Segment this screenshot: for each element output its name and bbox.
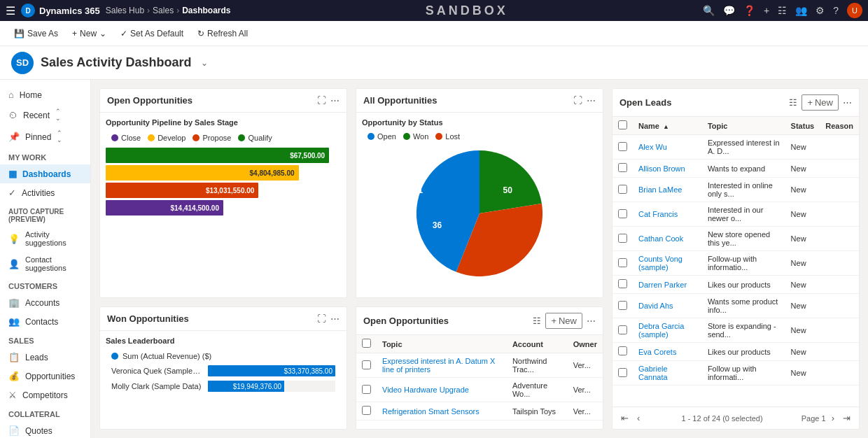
sidebar-item-contacts[interactable]: 👥 Contacts — [0, 312, 90, 331]
all-opp-menu-icon[interactable]: ⋯ — [587, 95, 596, 106]
open-opp-bottom-scroll[interactable]: Topic Account Owner Expressed interest i… — [356, 335, 603, 429]
open-leads-menu-icon[interactable]: ⋯ — [843, 97, 852, 108]
leads-row-check[interactable] — [618, 368, 627, 377]
chevron-up2-icon[interactable]: ⌃ — [57, 130, 62, 136]
won-opp-expand-icon[interactable]: ⛶ — [317, 313, 326, 324]
leads-name-link[interactable]: Debra Garcia (sample) — [638, 322, 684, 339]
leads-name-link[interactable]: Cathan Cook — [638, 234, 683, 243]
set-as-default-button[interactable]: ✓ Set As Default — [115, 26, 189, 41]
sidebar-item-recent[interactable]: ⏲ Recent ⌃ ⌄ — [0, 104, 90, 126]
leads-cell-check[interactable] — [612, 343, 633, 361]
breadcrumb-sales[interactable]: Sales — [153, 6, 174, 15]
pagination-prev-button[interactable]: ‹ — [634, 411, 643, 425]
search-icon[interactable]: 🔍 — [703, 5, 715, 16]
leads-row-check[interactable] — [618, 258, 627, 267]
opp-col-topic[interactable]: Topic — [377, 335, 507, 353]
sidebar-item-activity-suggestions[interactable]: 💡 Activity suggestions — [0, 226, 90, 251]
leads-cell-name[interactable]: Debra Garcia (sample) — [633, 318, 702, 343]
leads-cell-name[interactable]: Cat Francis — [633, 202, 702, 227]
leads-name-link[interactable]: David Ahs — [638, 302, 673, 310]
opp-col-owner[interactable]: Owner — [568, 335, 603, 353]
leads-row-check[interactable] — [618, 346, 627, 355]
leads-cell-name[interactable]: Alex Wu — [633, 135, 702, 160]
opp-cell-topic[interactable]: Video Hardware Upgrade — [377, 378, 507, 402]
sidebar-item-competitors[interactable]: ⚔ Competitors — [0, 386, 90, 404]
leads-cell-check[interactable] — [612, 251, 633, 276]
opp-topic-link[interactable]: Video Hardware Upgrade — [382, 386, 469, 394]
sidebar-item-activities[interactable]: ✓ Activities — [0, 183, 90, 202]
pagination-last-button[interactable]: ⇥ — [840, 411, 853, 425]
leads-col-status[interactable]: Status — [785, 117, 820, 135]
breadcrumb-sales-hub[interactable]: Sales Hub — [106, 6, 144, 15]
leads-row-check[interactable] — [618, 142, 627, 151]
leads-row-check[interactable] — [618, 234, 627, 243]
leads-select-all[interactable] — [618, 120, 627, 129]
leads-cell-name[interactable]: David Ahs — [633, 294, 702, 318]
open-opp-menu-icon[interactable]: ⋯ — [330, 95, 340, 106]
leads-row-check[interactable] — [618, 209, 627, 218]
open-opp-expand-icon[interactable]: ⛶ — [317, 95, 326, 106]
leads-cell-check[interactable] — [612, 160, 633, 178]
leads-cell-check[interactable] — [612, 276, 633, 294]
leads-name-link[interactable]: Allison Brown — [638, 164, 685, 173]
opp-col-check[interactable] — [356, 335, 377, 353]
leads-cell-name[interactable]: Counts Vong (sample) — [633, 251, 702, 276]
leads-cell-name[interactable]: Darren Parker — [633, 276, 702, 294]
won-opp-menu-icon[interactable]: ⋯ — [330, 313, 340, 324]
sidebar-item-opportunities[interactable]: 💰 Opportunities — [0, 367, 90, 386]
leads-name-link[interactable]: Eva Corets — [638, 348, 676, 356]
all-opp-expand-icon[interactable]: ⛶ — [573, 95, 582, 106]
opp-cell-check[interactable] — [356, 353, 377, 378]
leads-name-link[interactable]: Darren Parker — [638, 281, 687, 289]
opp-row-check[interactable] — [362, 406, 371, 415]
opp-cell-check[interactable] — [356, 402, 377, 421]
plus-icon[interactable]: + — [764, 5, 769, 16]
chevron-down2-icon[interactable]: ⌄ — [57, 137, 62, 143]
chevron-down-icon[interactable]: ⌄ — [55, 115, 61, 122]
sidebar-item-pinned[interactable]: 📌 Pinned ⌃ ⌄ — [0, 126, 90, 148]
open-opp-bottom-filter-icon[interactable]: ☷ — [533, 316, 541, 326]
leads-name-link[interactable]: Alex Wu — [638, 143, 667, 151]
leads-col-name[interactable]: Name ▲ — [633, 117, 702, 135]
leads-cell-check[interactable] — [612, 294, 633, 318]
menu-icon[interactable]: ☰ — [6, 4, 15, 17]
leads-name-link[interactable]: Gabriele Cannata — [638, 365, 668, 381]
filter-icon[interactable]: ☷ — [778, 5, 787, 16]
leads-name-link[interactable]: Brian LaMee — [638, 185, 682, 194]
leads-cell-name[interactable]: Brian LaMee — [633, 178, 702, 202]
opp-cell-topic[interactable]: Refrigeration Smart Sensors — [377, 402, 507, 421]
leads-name-link[interactable]: Cat Francis — [638, 210, 678, 218]
sidebar-item-contact-suggestions[interactable]: 👤 Contact suggestions — [0, 251, 90, 276]
open-opp-bottom-menu-icon[interactable]: ⋯ — [587, 316, 596, 326]
teams-icon[interactable]: 👥 — [795, 5, 807, 16]
leads-cell-check[interactable] — [612, 178, 633, 202]
open-leads-filter-icon[interactable]: ☷ — [789, 97, 797, 108]
breadcrumb-dashboards[interactable]: Dashboards — [182, 6, 230, 15]
save-as-button[interactable]: 💾 Save As — [8, 26, 64, 41]
title-chevron-icon[interactable]: ⌄ — [201, 58, 208, 68]
leads-col-reason[interactable]: Reason — [820, 117, 859, 135]
leads-cell-name[interactable]: Eva Corets — [633, 343, 702, 361]
leads-row-check[interactable] — [618, 185, 627, 194]
leads-row-check[interactable] — [618, 279, 627, 288]
opp-col-account[interactable]: Account — [507, 335, 568, 353]
chevron-up-icon[interactable]: ⌃ — [55, 108, 61, 115]
opp-row-check[interactable] — [362, 360, 371, 369]
opp-topic-link[interactable]: Expressed interest in A. Datum X line of… — [382, 357, 495, 374]
opp-select-all[interactable] — [362, 339, 371, 348]
profile-icon[interactable]: U — [847, 3, 862, 18]
pagination-first-button[interactable]: ⇤ — [618, 411, 631, 425]
settings-icon[interactable]: ⚙ — [816, 5, 825, 16]
opp-topic-link[interactable]: Refrigeration Smart Sensors — [382, 407, 479, 416]
leads-cell-check[interactable] — [612, 135, 633, 160]
chat-icon[interactable]: 💬 — [723, 5, 735, 16]
leads-cell-check[interactable] — [612, 227, 633, 251]
new-button[interactable]: + New ⌄ — [66, 26, 112, 41]
leads-col-check[interactable] — [612, 117, 633, 135]
help-icon[interactable]: ❓ — [743, 5, 755, 16]
open-leads-scroll[interactable]: Name ▲ Topic Status Reason Alex Wu Expre… — [612, 117, 859, 407]
leads-cell-check[interactable] — [612, 318, 633, 343]
leads-cell-name[interactable]: Allison Brown — [633, 160, 702, 178]
leads-name-link[interactable]: Counts Vong (sample) — [638, 255, 682, 271]
leads-cell-check[interactable] — [612, 202, 633, 227]
